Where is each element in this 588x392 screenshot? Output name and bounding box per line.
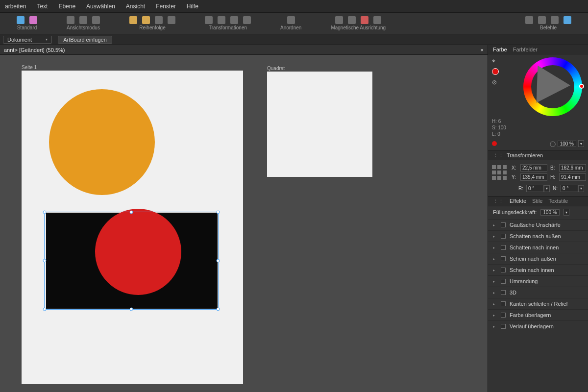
document-tab[interactable]: annt> [Geändert] (50.5%) × bbox=[0, 45, 488, 55]
selection-handle[interactable] bbox=[130, 308, 133, 311]
effect-checkbox[interactable] bbox=[501, 290, 506, 295]
tab-swatches[interactable]: Farbfelder bbox=[513, 47, 538, 52]
artboard-label-quadrat[interactable]: Quadrat bbox=[267, 66, 285, 71]
toolbar-label: Transformationen bbox=[209, 25, 247, 30]
menu-window[interactable]: Fenster bbox=[156, 3, 176, 10]
x-input[interactable] bbox=[520, 164, 547, 172]
effect-inner-shadow[interactable]: ▸ Schatten nach innen bbox=[488, 242, 588, 253]
artboard-quadrat[interactable] bbox=[267, 72, 372, 177]
effect-inner-glow[interactable]: ▸ Schein nach innen bbox=[488, 264, 588, 275]
color-panel-tabs: Farbe Farbfelder bbox=[488, 45, 588, 54]
color-wheel[interactable] bbox=[523, 57, 582, 116]
effect-color-overlay[interactable]: ▸ Farbe überlagern bbox=[488, 309, 588, 320]
toolbar-label: Reihenfolge bbox=[139, 25, 165, 30]
artboard-page1[interactable] bbox=[22, 71, 243, 384]
menu-view[interactable]: Ansicht bbox=[126, 3, 145, 10]
workarea: annt> [Geändert] (50.5%) × Seite 1 bbox=[0, 45, 488, 392]
n-input[interactable] bbox=[561, 185, 578, 192]
transform-icon bbox=[230, 16, 238, 24]
snap-icon bbox=[361, 16, 368, 24]
effect-checkbox[interactable] bbox=[501, 234, 506, 239]
selection-handle[interactable] bbox=[43, 308, 47, 311]
transform-panel-header[interactable]: ⋮⋮ Transformieren bbox=[488, 150, 588, 160]
effect-checkbox[interactable] bbox=[501, 324, 506, 329]
effect-outer-shadow[interactable]: ▸ Schatten nach außen bbox=[488, 230, 588, 242]
effect-checkbox[interactable] bbox=[501, 301, 506, 306]
effect-bevel[interactable]: ▸ Kanten schleifen / Relief bbox=[488, 298, 588, 309]
selection-handle[interactable] bbox=[217, 308, 220, 311]
selection-bounds bbox=[44, 212, 219, 310]
chevron-down-icon[interactable]: ▾ bbox=[564, 209, 569, 216]
selection-handle[interactable] bbox=[43, 211, 47, 214]
disclosure-icon: ▸ bbox=[493, 302, 497, 306]
tab-textstyles[interactable]: Textstile bbox=[548, 198, 568, 204]
effect-label: Gaußsche Unschärfe bbox=[510, 222, 561, 228]
effect-label: Schein nach außen bbox=[510, 256, 556, 262]
order-icon bbox=[142, 16, 150, 24]
artboard-label-page1[interactable]: Seite 1 bbox=[22, 65, 37, 70]
fill-opacity-value[interactable]: 100 % bbox=[540, 209, 559, 216]
document-dropdown[interactable]: Dokument ▾ bbox=[3, 36, 52, 44]
effect-checkbox[interactable] bbox=[501, 256, 506, 261]
selection-handle[interactable] bbox=[217, 211, 220, 214]
disclosure-icon: ▸ bbox=[493, 313, 497, 318]
no-color-icon[interactable]: ⊘ bbox=[492, 79, 499, 86]
context-toolbar: Dokument ▾ ArtBoard einfügen bbox=[0, 34, 588, 45]
r-input[interactable] bbox=[526, 185, 544, 192]
toolbar-group-standard[interactable]: Standard bbox=[2, 16, 52, 30]
effect-3d[interactable]: ▸ 3D bbox=[488, 287, 588, 298]
menu-edit[interactable]: arbeiten bbox=[5, 3, 26, 10]
tab-effects[interactable]: Effekte bbox=[510, 198, 526, 204]
menu-layer[interactable]: Ebene bbox=[58, 3, 75, 10]
effect-outline[interactable]: ▸ Umrandung bbox=[488, 275, 588, 287]
w-input[interactable] bbox=[559, 164, 586, 172]
anchor-grid[interactable] bbox=[492, 165, 507, 180]
hsl-readout: H: 6 S: 100 L: 0 bbox=[492, 118, 584, 137]
menu-help[interactable]: Hilfe bbox=[187, 3, 198, 10]
toolbar-group-commands[interactable]: Befehle bbox=[511, 16, 586, 30]
current-color-swatch[interactable] bbox=[492, 68, 499, 75]
disclosure-icon: ▸ bbox=[493, 324, 497, 329]
toolbar-group-transform[interactable]: Transformationen bbox=[190, 16, 266, 30]
effect-outer-glow[interactable]: ▸ Schein nach außen bbox=[488, 253, 588, 264]
insert-artboard-button[interactable]: ArtBoard einfügen bbox=[58, 36, 112, 44]
transform-panel: X: B: Y: H: bbox=[488, 160, 588, 185]
toolbar-group-order[interactable]: Reihenfolge bbox=[115, 16, 190, 30]
shape-orange-circle[interactable] bbox=[49, 89, 155, 195]
toolbar-group-viewmode[interactable]: Ansichtsmodus bbox=[52, 16, 115, 30]
canvas[interactable]: Seite 1 Q bbox=[0, 55, 488, 392]
command-icon bbox=[525, 16, 533, 24]
effect-checkbox[interactable] bbox=[501, 268, 506, 272]
y-input[interactable] bbox=[520, 173, 547, 181]
fill-opacity-row: Füllungsdeckkraft: 100 % ▾ bbox=[488, 206, 588, 219]
effect-gaussian-blur[interactable]: ▸ Gaußsche Unschärfe bbox=[488, 219, 588, 230]
tab-styles[interactable]: Stile bbox=[532, 198, 542, 204]
toolbar-group-arrange[interactable]: Anordnen bbox=[266, 16, 316, 30]
effect-checkbox[interactable] bbox=[501, 222, 506, 227]
selection-handle[interactable] bbox=[217, 259, 220, 263]
selection-handle[interactable] bbox=[43, 259, 47, 263]
effect-checkbox[interactable] bbox=[501, 279, 506, 284]
effect-checkbox[interactable] bbox=[501, 313, 506, 318]
snap-icon bbox=[335, 16, 343, 24]
close-icon[interactable]: × bbox=[481, 47, 484, 53]
effect-checkbox[interactable] bbox=[501, 245, 506, 250]
h-input[interactable] bbox=[559, 173, 586, 181]
toolbar-label: Anordnen bbox=[280, 25, 301, 30]
color-triangle[interactable] bbox=[537, 66, 571, 104]
tab-color[interactable]: Farbe bbox=[493, 47, 507, 52]
menu-select[interactable]: Auswählen bbox=[86, 3, 115, 10]
effect-gradient-overlay[interactable]: ▸ Verlauf überlagern bbox=[488, 320, 588, 332]
opacity-value[interactable]: 100 % bbox=[558, 141, 576, 147]
chevron-down-icon[interactable]: ▾ bbox=[544, 185, 550, 192]
effect-label: Umrandung bbox=[510, 278, 538, 284]
toolbar-group-snap[interactable]: Magnetische Ausrichtung bbox=[316, 16, 400, 30]
menu-text[interactable]: Text bbox=[37, 3, 48, 10]
selection-handle[interactable] bbox=[130, 211, 133, 214]
hue-indicator[interactable] bbox=[579, 84, 584, 89]
document-title: annt> [Geändert] (50.5%) bbox=[4, 47, 65, 53]
eyedropper-icon[interactable]: ⌖ bbox=[492, 57, 499, 64]
transform-rotation-row: R: ▾ N: ▾ bbox=[488, 185, 588, 196]
chevron-down-icon[interactable]: ▾ bbox=[578, 185, 584, 192]
chevron-down-icon[interactable]: ▾ bbox=[578, 140, 584, 147]
